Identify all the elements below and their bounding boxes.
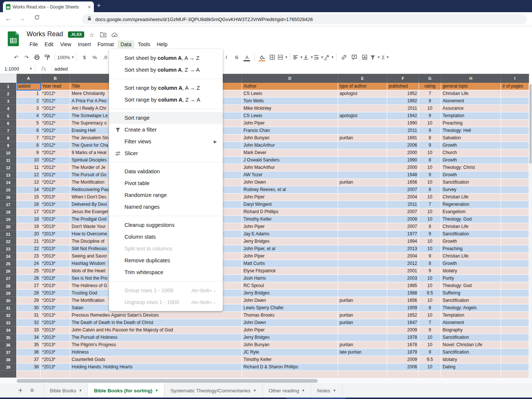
cell-D12[interactable]: John MacArthur bbox=[242, 164, 338, 171]
cell-B7[interactable]: *2012* bbox=[41, 127, 70, 134]
cell-B39[interactable]: *2013* bbox=[41, 364, 70, 371]
cell-I32[interactable] bbox=[501, 312, 529, 319]
cell-G28[interactable]: 10 bbox=[419, 282, 441, 290]
row-header-21[interactable]: 21 bbox=[0, 231, 17, 238]
cell-B25[interactable]: *2013* bbox=[41, 260, 70, 267]
column-header-G[interactable]: G bbox=[419, 74, 441, 83]
cell-B10[interactable]: *2012* bbox=[41, 149, 70, 157]
cell-A5[interactable]: 4 bbox=[17, 112, 41, 120]
cell-A11[interactable]: 10 bbox=[17, 157, 41, 164]
back-icon[interactable]: ← bbox=[5, 15, 11, 23]
cell-I2[interactable] bbox=[501, 90, 529, 98]
cell-H19[interactable]: Theology: God bbox=[441, 216, 501, 223]
cell-G40[interactable] bbox=[419, 371, 441, 378]
cell-F6[interactable]: 1990 bbox=[387, 120, 419, 127]
row-header-18[interactable]: 18 bbox=[0, 208, 17, 216]
cell-E13[interactable] bbox=[338, 171, 387, 179]
cell-H31[interactable]: Theology: Angels bbox=[441, 304, 501, 312]
paint-format-icon[interactable] bbox=[42, 52, 52, 62]
row-header-37[interactable]: 37 bbox=[0, 349, 17, 356]
cell-F14[interactable]: 1656 bbox=[387, 179, 419, 186]
cell-I14[interactable] bbox=[501, 179, 529, 186]
row-header-22[interactable]: 22 bbox=[0, 238, 17, 245]
cell-A20[interactable]: 19 bbox=[17, 223, 41, 231]
cell-A12[interactable]: 11 bbox=[17, 164, 41, 171]
cell-B6[interactable]: *2012* bbox=[41, 120, 70, 127]
cell-F12[interactable]: 2000 bbox=[387, 164, 419, 171]
cell-H12[interactable]: Theology: Christ bbox=[441, 164, 501, 171]
text-color-icon[interactable]: A bbox=[242, 52, 252, 62]
column-header-B[interactable]: B bbox=[41, 74, 70, 83]
cell-F17[interactable]: 2011 bbox=[387, 201, 419, 208]
cell-E18[interactable] bbox=[338, 208, 387, 216]
cell-G29[interactable]: 9.5 bbox=[419, 290, 441, 297]
cell-B24[interactable]: *2013* bbox=[41, 253, 70, 260]
cell-D35[interactable]: Jerry Bridges bbox=[242, 334, 338, 341]
cell-D10[interactable]: Mark Dever bbox=[242, 149, 338, 157]
cell-E19[interactable] bbox=[338, 216, 387, 223]
cell-D38[interactable]: Timothy Keller bbox=[242, 356, 338, 364]
cell-A32[interactable]: 31 bbox=[17, 312, 41, 319]
cell-I28[interactable] bbox=[501, 282, 529, 290]
cell-B34[interactable]: *2013* bbox=[41, 327, 70, 334]
cell-G22[interactable]: 10 bbox=[419, 238, 441, 245]
cell-D5[interactable]: CS Lewis bbox=[242, 112, 338, 120]
cell-H16[interactable]: Christian Life bbox=[441, 194, 501, 201]
row-header-4[interactable]: 4 bbox=[0, 105, 17, 112]
all-sheets-button[interactable]: ≡ bbox=[26, 383, 38, 398]
cell-B28[interactable]: *2013* bbox=[41, 282, 70, 290]
cell-D16[interactable]: John Piper bbox=[242, 194, 338, 201]
cell-F30[interactable]: 1656 bbox=[387, 297, 419, 304]
cell-D27[interactable]: Josh Harris bbox=[242, 275, 338, 282]
cell-D26[interactable]: Elyse Fitzpatrick bbox=[242, 267, 338, 275]
cell-I33[interactable] bbox=[501, 319, 529, 327]
cell-D25[interactable]: Matt Curtis bbox=[242, 260, 338, 267]
row-header-20[interactable]: 20 bbox=[0, 223, 17, 231]
cell-D6[interactable]: John Piper bbox=[242, 120, 338, 127]
insert-link-icon[interactable] bbox=[339, 52, 349, 62]
cell-D33[interactable]: John Owen bbox=[242, 319, 338, 327]
cell-E3[interactable] bbox=[338, 98, 387, 105]
cell-C34[interactable]: John Calvin and His Passion for the Maje… bbox=[70, 327, 242, 334]
cell-F22[interactable]: 1994 bbox=[387, 238, 419, 245]
cell-E31[interactable] bbox=[338, 304, 387, 312]
cell-C32[interactable]: Precious Remedies Against Satan's Device… bbox=[70, 312, 242, 319]
cell-A13[interactable]: 12 bbox=[17, 171, 41, 179]
row-header-29[interactable]: 29 bbox=[0, 290, 17, 297]
cell-B2[interactable]: *2012* bbox=[41, 90, 70, 98]
horizontal-scrollbar-thumb[interactable] bbox=[17, 379, 318, 383]
cell-H30[interactable]: Sanctification bbox=[441, 297, 501, 304]
row-header-7[interactable]: 7 bbox=[0, 127, 17, 134]
cell-G10[interactable]: 10 bbox=[419, 149, 441, 157]
cell-B5[interactable]: *2012* bbox=[41, 112, 70, 120]
cell-I12[interactable] bbox=[501, 164, 529, 171]
reload-icon[interactable] bbox=[34, 14, 40, 22]
cell-D31[interactable]: Lewis Sperry Chafer bbox=[242, 304, 338, 312]
cell-G14[interactable]: 10 bbox=[419, 179, 441, 186]
new-tab-button[interactable]: + bbox=[97, 2, 101, 10]
row-header-32[interactable]: 32 bbox=[0, 312, 17, 319]
menu-format[interactable]: Format bbox=[95, 40, 117, 48]
percent-format-icon[interactable]: % bbox=[89, 52, 100, 62]
cell-B1[interactable]: Year read bbox=[41, 83, 70, 90]
cell-F40[interactable] bbox=[387, 371, 419, 378]
cell-A30[interactable]: 29 bbox=[17, 297, 41, 304]
cell-B4[interactable]: *2012* bbox=[41, 105, 70, 112]
cell-B21[interactable]: *2013* bbox=[41, 231, 70, 238]
cell-E2[interactable]: apologist bbox=[338, 90, 387, 98]
star-icon[interactable]: ☆ bbox=[89, 31, 94, 38]
cell-E27[interactable] bbox=[338, 275, 387, 282]
cell-B26[interactable]: *2013* bbox=[41, 267, 70, 275]
horizontal-scrollbar[interactable] bbox=[0, 378, 532, 383]
cell-E8[interactable]: puritan bbox=[338, 134, 387, 142]
column-header-A[interactable]: A bbox=[17, 74, 41, 83]
cell-A21[interactable]: 20 bbox=[17, 231, 41, 238]
cell-H11[interactable]: Growth bbox=[441, 157, 501, 164]
select-all-corner[interactable] bbox=[0, 74, 17, 83]
cell-D39[interactable]: Richard D & Sharon Phillips bbox=[242, 364, 338, 371]
cell-A3[interactable]: 2 bbox=[17, 98, 41, 105]
menu-item-trim-whitespace[interactable]: Trim whitespace bbox=[109, 266, 223, 278]
cell-D8[interactable]: John Bunyan bbox=[242, 134, 338, 142]
row-header-17[interactable]: 17 bbox=[0, 201, 17, 208]
cell-A17[interactable]: 16 bbox=[17, 201, 41, 208]
